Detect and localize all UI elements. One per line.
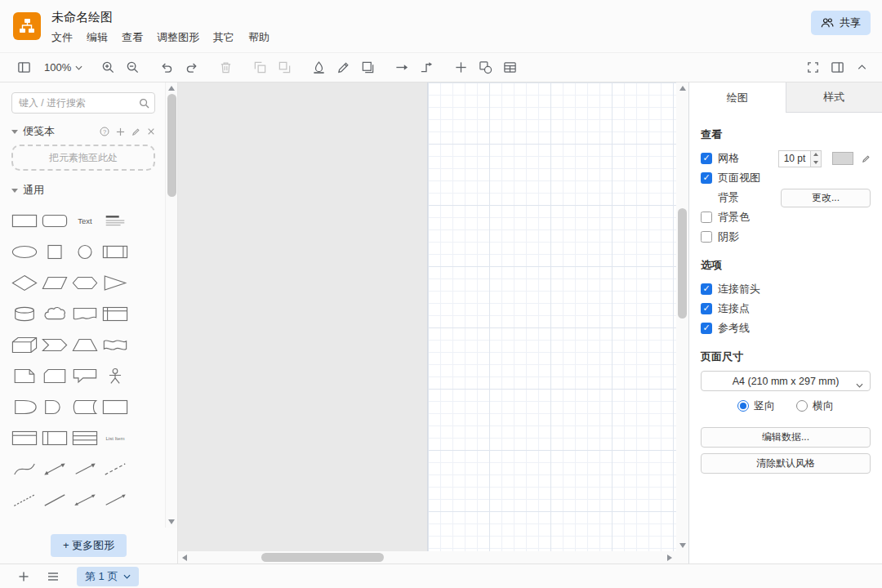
redo-icon[interactable]: [179, 56, 203, 79]
add-icon[interactable]: [116, 127, 125, 136]
canvas-hscrollbar-thumb[interactable]: [261, 553, 384, 562]
shape-arrow[interactable]: [69, 453, 100, 484]
scratchpad-header[interactable]: 便笺本 ?: [0, 122, 165, 141]
edit-color-icon[interactable]: [862, 154, 871, 163]
shape-rounded-rectangle[interactable]: [39, 205, 69, 236]
toggle-shapes-panel-icon[interactable]: [11, 56, 36, 79]
shape-document[interactable]: [69, 298, 100, 329]
drawing-page[interactable]: [427, 82, 676, 551]
menu-extras[interactable]: 其它: [213, 30, 234, 45]
shape-and[interactable]: [39, 391, 69, 422]
add-page-icon[interactable]: [15, 568, 33, 586]
insert-icon[interactable]: [448, 56, 473, 79]
scroll-right-icon[interactable]: [667, 555, 672, 561]
canvas-vertical-scrollbar[interactable]: [676, 82, 688, 551]
zoom-out-icon[interactable]: [120, 56, 145, 79]
tab-diagram[interactable]: 绘图: [689, 82, 786, 113]
landscape-radio[interactable]: [796, 400, 808, 412]
shape-directional-connector[interactable]: [100, 484, 130, 515]
canvas-horizontal-scrollbar[interactable]: [178, 551, 676, 564]
background-color-checkbox[interactable]: [701, 212, 712, 223]
toggle-format-panel-icon[interactable]: [825, 56, 849, 79]
shape-actor[interactable]: [100, 360, 130, 391]
scroll-up-icon[interactable]: [676, 86, 688, 91]
shape-bidirectional-connector[interactable]: [69, 484, 100, 515]
clear-default-style-button[interactable]: 清除默认风格: [701, 453, 871, 474]
shape-line[interactable]: [39, 484, 69, 515]
edit-data-button[interactable]: 编辑数据...: [701, 427, 871, 448]
portrait-radio[interactable]: [737, 400, 749, 412]
shape-square[interactable]: [39, 236, 69, 267]
shape-data-storage[interactable]: [69, 391, 100, 422]
menu-edit[interactable]: 编辑: [87, 30, 108, 45]
shape-process[interactable]: [100, 236, 130, 267]
sidebar-scrollbar[interactable]: [165, 82, 177, 528]
shape-note[interactable]: [9, 360, 39, 391]
shadow-icon[interactable]: [355, 56, 380, 79]
page-tab[interactable]: 第 1 页: [77, 567, 139, 586]
connection-icon[interactable]: [390, 56, 414, 79]
stepper-down-icon[interactable]: [811, 158, 821, 167]
shape-tape[interactable]: [100, 329, 130, 360]
shadow-checkbox[interactable]: [701, 231, 712, 243]
zoom-in-icon[interactable]: [96, 56, 120, 79]
zoom-dropdown[interactable]: 100%: [44, 61, 82, 74]
shape-ellipse[interactable]: [9, 236, 39, 267]
canvas-vscrollbar-thumb[interactable]: [678, 208, 687, 318]
shape-text[interactable]: Text: [69, 205, 100, 236]
line-color-icon[interactable]: [331, 56, 355, 79]
menu-arrange[interactable]: 调整图形: [157, 30, 199, 45]
delete-icon[interactable]: [213, 56, 238, 79]
menu-view[interactable]: 查看: [122, 30, 143, 45]
portrait-option[interactable]: 竖向: [737, 399, 775, 413]
shape-trapezoid[interactable]: [69, 329, 100, 360]
shape-container[interactable]: [100, 391, 130, 422]
shape-heading[interactable]: [100, 205, 130, 236]
edit-icon[interactable]: [131, 127, 140, 136]
scroll-left-icon[interactable]: [182, 555, 187, 561]
shape-diamond[interactable]: [9, 267, 39, 298]
stepper-up-icon[interactable]: [811, 151, 821, 159]
canvas[interactable]: [178, 82, 688, 564]
shape-dotted-line[interactable]: [9, 484, 39, 515]
close-icon[interactable]: [147, 127, 155, 136]
fill-color-icon[interactable]: [306, 56, 331, 79]
tab-style[interactable]: 样式: [786, 82, 882, 113]
grid-checkbox[interactable]: [701, 153, 712, 164]
menu-file[interactable]: 文件: [51, 30, 73, 45]
shape-curve[interactable]: [9, 453, 39, 484]
shape-vertical-container[interactable]: [39, 422, 69, 453]
shape-dashed-line[interactable]: [100, 453, 130, 484]
undo-icon[interactable]: [154, 56, 179, 79]
more-shapes-button[interactable]: + 更多图形: [51, 534, 127, 557]
waypoints-icon[interactable]: [414, 56, 439, 79]
connection-points-checkbox[interactable]: [701, 303, 712, 314]
page-view-checkbox[interactable]: [701, 172, 712, 184]
shape-parallelogram[interactable]: [39, 267, 69, 298]
shape-circle[interactable]: [69, 236, 100, 267]
shape-step[interactable]: [39, 329, 69, 360]
to-back-icon[interactable]: [272, 56, 296, 79]
landscape-option[interactable]: 横向: [796, 399, 834, 413]
help-icon[interactable]: ?: [100, 127, 109, 136]
guides-checkbox[interactable]: [701, 323, 712, 334]
paper-size-select[interactable]: A4 (210 mm x 297 mm): [701, 371, 871, 391]
menu-help[interactable]: 帮助: [248, 30, 270, 45]
table-icon[interactable]: [497, 56, 522, 79]
to-front-icon[interactable]: [247, 56, 272, 79]
shape-callout[interactable]: [69, 360, 100, 391]
shape-cloud[interactable]: [39, 298, 69, 329]
search-icon[interactable]: [139, 98, 149, 109]
shape-hexagon[interactable]: [69, 267, 100, 298]
shape-rectangle[interactable]: [9, 205, 39, 236]
shape-bidirectional-arrow[interactable]: [39, 453, 69, 484]
pages-menu-icon[interactable]: [44, 568, 62, 585]
scratchpad-dropzone[interactable]: 把元素拖至此处: [11, 145, 155, 171]
shape-horizontal-line[interactable]: [39, 515, 69, 528]
grid-size-input[interactable]: [778, 150, 811, 167]
general-shapes-header[interactable]: 通用: [0, 180, 165, 200]
connection-arrows-checkbox[interactable]: [701, 283, 712, 295]
shape-list[interactable]: [69, 422, 100, 453]
scroll-down-icon[interactable]: [676, 543, 688, 548]
change-background-button[interactable]: 更改...: [781, 189, 871, 207]
